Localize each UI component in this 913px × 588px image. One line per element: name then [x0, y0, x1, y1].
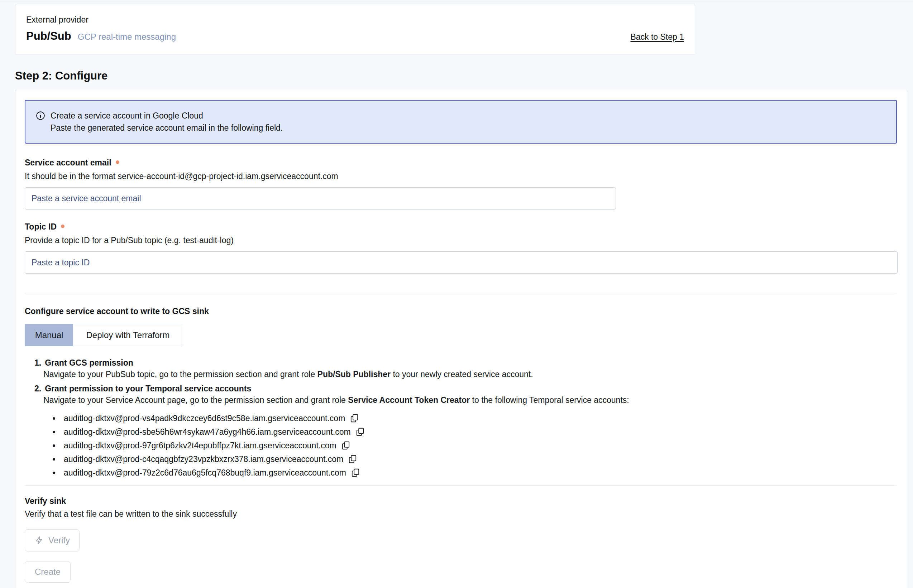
provider-row: Pub/Sub GCP real-time messaging Back to …	[26, 30, 684, 43]
step-title-row: 2. Grant permission to your Temporal ser…	[34, 383, 897, 394]
service-account-email-help: It should be in the format service-accou…	[25, 171, 897, 182]
step-number: 1.	[34, 357, 41, 368]
service-account-email: auditlog-dktxv@prod-79z2c6d76au6g5fcq768…	[64, 468, 346, 478]
provider-subtitle: GCP real-time messaging	[78, 32, 176, 42]
list-item: auditlog-dktxv@prod-79z2c6d76au6g5fcq768…	[43, 466, 897, 480]
topic-id-help: Provide a topic ID for a Pub/Sub topic (…	[25, 235, 897, 246]
verify-button[interactable]: Verify	[25, 529, 79, 551]
list-item: auditlog-dktxv@prod-sbe56h6wr4sykaw47a6y…	[43, 425, 897, 439]
tab-deploy-with-terraform[interactable]: Deploy with Terraform	[73, 324, 183, 346]
required-indicator	[61, 225, 65, 228]
info-banner: Create a service account in Google Cloud…	[25, 100, 897, 144]
service-account-email-label-row: Service account email	[25, 157, 897, 168]
list-item: auditlog-dktxv@prod-c4cqaqgbfzy23vpzkbxz…	[43, 452, 897, 466]
copy-icon	[350, 414, 359, 423]
info-banner-title: Create a service account in Google Cloud	[50, 110, 203, 121]
bullet-icon	[53, 444, 55, 447]
external-provider-label: External provider	[26, 15, 684, 25]
list-item: auditlog-dktxv@prod-vs4padk9dkczcey6d6st…	[43, 412, 897, 425]
configure-card: Create a service account in Google Cloud…	[15, 90, 907, 588]
page-top-divider	[0, 1, 913, 2]
create-button[interactable]: Create	[25, 561, 71, 583]
temporal-service-account-list: auditlog-dktxv@prod-vs4padk9dkczcey6d6st…	[43, 412, 897, 480]
service-account-email: auditlog-dktxv@prod-c4cqaqgbfzy23vpzkbxz…	[64, 454, 343, 464]
step-grant-gcs-permission: 1. Grant GCS permission Navigate to your…	[34, 357, 897, 380]
service-account-email-label: Service account email	[25, 157, 112, 168]
required-indicator	[116, 160, 119, 164]
copy-email-button[interactable]	[348, 454, 358, 464]
verify-button-label: Verify	[49, 535, 70, 545]
step-title: Grant permission to your Temporal servic…	[45, 383, 251, 394]
bullet-icon	[53, 458, 55, 460]
tab-manual[interactable]: Manual	[25, 324, 73, 346]
sink-section-heading: Configure service account to write to GC…	[25, 306, 897, 317]
step-title-row: 1. Grant GCS permission	[34, 357, 897, 368]
bullet-icon	[53, 431, 55, 433]
step-body-text: Navigate to your PubSub topic, go to the…	[43, 370, 317, 379]
service-account-email: auditlog-dktxv@prod-97gr6tp6zkv2t4epubff…	[64, 441, 337, 451]
back-to-step-1-link[interactable]: Back to Step 1	[630, 32, 684, 42]
copy-email-button[interactable]	[350, 468, 361, 478]
copy-icon	[341, 441, 350, 450]
step-body: Navigate to your PubSub topic, go to the…	[43, 368, 897, 380]
lightning-bolt-icon	[34, 536, 44, 545]
copy-icon	[348, 454, 357, 464]
section-divider	[25, 485, 897, 486]
info-circle-icon	[36, 111, 45, 121]
bullet-icon	[53, 417, 55, 420]
step-grant-temporal-permission: 2. Grant permission to your Temporal ser…	[34, 383, 897, 480]
verify-sink-description: Verify that a test file can be written t…	[25, 509, 897, 519]
list-item: auditlog-dktxv@prod-97gr6tp6zkv2t4epubff…	[43, 439, 897, 452]
provider-name: Pub/Sub	[26, 30, 71, 43]
sink-method-tabs: Manual Deploy with Terraform	[25, 324, 183, 346]
step-body-text: to the following Temporal service accoun…	[470, 395, 629, 405]
info-banner-body: Paste the generated service account emai…	[50, 122, 886, 134]
role-name: Pub/Sub Publisher	[317, 370, 390, 379]
step-title: Grant GCS permission	[45, 357, 133, 368]
role-name: Service Account Token Creator	[348, 395, 470, 405]
step-body-text: to your newly created service account.	[390, 370, 533, 379]
service-account-email: auditlog-dktxv@prod-vs4padk9dkczcey6d6st…	[64, 414, 345, 423]
copy-email-button[interactable]	[341, 441, 351, 451]
copy-icon	[355, 427, 365, 436]
create-button-label: Create	[35, 567, 61, 577]
service-account-email: auditlog-dktxv@prod-sbe56h6wr4sykaw47a6y…	[64, 427, 351, 437]
verify-sink-title: Verify sink	[25, 496, 897, 506]
topic-id-input[interactable]	[25, 251, 898, 274]
section-divider	[25, 294, 897, 294]
service-account-email-input[interactable]	[25, 187, 616, 210]
topic-id-label: Topic ID	[25, 221, 57, 232]
step-body-text: Navigate to your Service Account page, g…	[43, 395, 348, 405]
manual-steps-list: 1. Grant GCS permission Navigate to your…	[34, 357, 897, 480]
step-number: 2.	[34, 383, 41, 394]
provider-summary-card: External provider Pub/Sub GCP real-time …	[15, 5, 695, 55]
info-banner-title-row: Create a service account in Google Cloud	[36, 110, 886, 121]
bullet-icon	[53, 472, 55, 474]
page-title: Step 2: Configure	[15, 69, 907, 82]
copy-icon	[351, 468, 360, 477]
copy-email-button[interactable]	[350, 413, 359, 423]
topic-id-label-row: Topic ID	[25, 221, 897, 232]
copy-email-button[interactable]	[355, 427, 365, 437]
step-body: Navigate to your Service Account page, g…	[43, 394, 897, 406]
provider-identity: Pub/Sub GCP real-time messaging	[26, 30, 176, 43]
page-content: External provider Pub/Sub GCP real-time …	[15, 0, 907, 588]
